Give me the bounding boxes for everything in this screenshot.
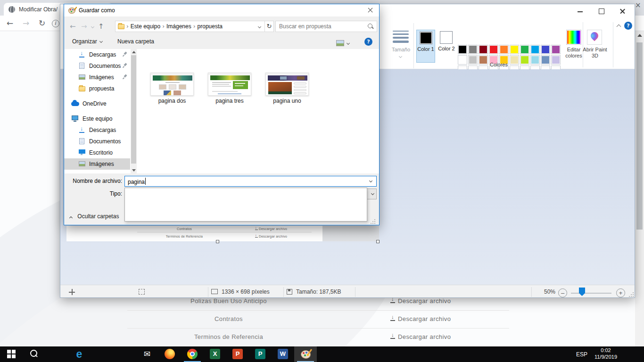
- zoom-slider-track[interactable]: [571, 293, 611, 294]
- canvas-resize-handle[interactable]: [216, 240, 219, 243]
- size-button-label[interactable]: Tamaño: [388, 47, 414, 52]
- scrollbar-up-arrow[interactable]: [637, 34, 642, 37]
- nav-back-icon[interactable]: [70, 22, 76, 31]
- scroll-up-icon[interactable]: [132, 51, 136, 53]
- mail-icon[interactable]: [141, 348, 153, 360]
- palette-swatch[interactable]: [468, 45, 478, 54]
- organize-button[interactable]: Organizar: [72, 38, 102, 45]
- palette-swatch[interactable]: [458, 55, 467, 65]
- clock-time[interactable]: 0:02: [590, 347, 621, 353]
- breadcrumb-item[interactable]: propuesta: [198, 23, 223, 30]
- zoom-out-button[interactable]: –: [558, 288, 567, 297]
- sidebar-item-descargas[interactable]: Descargas: [64, 124, 130, 136]
- paint-canvas[interactable]: Contratos Descargar archivo Terminos de …: [66, 226, 379, 241]
- size-icon[interactable]: [393, 31, 409, 43]
- new-folder-button[interactable]: Nueva carpeta: [117, 38, 154, 45]
- paint3d-label[interactable]: Abrir Paint 3D: [581, 47, 609, 59]
- page-row-download-link[interactable]: Descargar archivo: [390, 297, 451, 304]
- clock-date[interactable]: 11/9/2019: [590, 354, 621, 360]
- canvas-resize-handle[interactable]: [376, 240, 380, 243]
- start-button[interactable]: [6, 348, 17, 360]
- sidebar-item-documentos-pinned[interactable]: Documentos: [64, 60, 130, 72]
- refresh-button[interactable]: [265, 21, 274, 32]
- sidebar-item-imagenes-selected[interactable]: Imágenes: [64, 158, 130, 170]
- window-resize-grip[interactable]: [629, 292, 634, 297]
- sidebar-item-documentos[interactable]: Documentos: [64, 136, 130, 147]
- palette-swatch[interactable]: [530, 55, 540, 65]
- sidebar-scrollbar[interactable]: [131, 49, 137, 173]
- taskbar-search-icon[interactable]: [28, 348, 40, 360]
- scrollbar-thumb[interactable]: [636, 42, 643, 230]
- excel-icon[interactable]: X: [209, 348, 221, 360]
- powerpoint-icon[interactable]: P: [232, 348, 243, 360]
- sidebar-item-onedrive[interactable]: OneDrive: [64, 98, 130, 109]
- browser-scrollbar[interactable]: [635, 31, 644, 346]
- page-row-label: Contratos: [127, 315, 330, 322]
- close-button[interactable]: [612, 4, 633, 18]
- word-icon[interactable]: W: [277, 348, 289, 360]
- language-indicator[interactable]: ESP: [576, 351, 587, 358]
- view-options-chevron-icon[interactable]: [347, 41, 350, 45]
- minimize-button[interactable]: [570, 4, 591, 18]
- palette-swatch[interactable]: [520, 45, 529, 54]
- site-info-icon[interactable]: i: [52, 20, 59, 27]
- nav-up-icon[interactable]: [98, 22, 104, 31]
- sidebar-item-propuesta[interactable]: propuesta: [64, 83, 130, 94]
- breadcrumb-item[interactable]: Imágenes: [166, 23, 191, 30]
- palette-swatch[interactable]: [458, 45, 467, 54]
- dialog-resize-grip[interactable]: [371, 219, 376, 224]
- page-row-download-link[interactable]: Descargar archivo: [390, 315, 451, 322]
- browser-close-button[interactable]: [635, 0, 644, 16]
- palette-swatch[interactable]: [541, 55, 550, 65]
- color2-button[interactable]: Color 2: [437, 30, 456, 63]
- autocomplete-panel[interactable]: [124, 188, 367, 222]
- sidebar-item-escritorio[interactable]: Escritorio: [64, 147, 130, 158]
- address-dropdown-chevron-icon[interactable]: [258, 25, 261, 28]
- palette-swatch[interactable]: [530, 45, 540, 54]
- dialog-close-button[interactable]: [361, 4, 379, 16]
- palette-swatch[interactable]: [479, 45, 488, 54]
- task-view-icon[interactable]: [51, 360, 62, 362]
- scroll-down-icon[interactable]: [132, 169, 136, 172]
- screen: Modificar Obra/ i Polizas Buen Uso Antic…: [0, 0, 644, 362]
- hide-folders-button[interactable]: Ocultar carpetas: [70, 213, 119, 220]
- canvas-row-link: Descargar archivo: [255, 227, 287, 230]
- color1-button[interactable]: Color 1: [416, 30, 435, 63]
- nav-history-chevron-icon[interactable]: [91, 25, 94, 28]
- browser-reload-button[interactable]: [36, 17, 48, 30]
- zoom-in-button[interactable]: +: [616, 288, 625, 297]
- browser-back-button[interactable]: [4, 17, 16, 30]
- sidebar-item-descargas-pinned[interactable]: Descargas: [64, 49, 130, 60]
- palette-swatch[interactable]: [499, 45, 509, 54]
- breadcrumb[interactable]: Este equipo Imágenes propuesta: [115, 21, 265, 32]
- collapse-ribbon-icon[interactable]: [617, 25, 621, 29]
- dialog-help-icon[interactable]: [364, 38, 372, 46]
- chrome-icon[interactable]: [187, 348, 198, 360]
- file-item[interactable]: pagina tres: [208, 73, 251, 104]
- firefox-icon[interactable]: [164, 348, 175, 360]
- file-item[interactable]: pagina uno: [265, 73, 309, 104]
- browser-forward-button[interactable]: [20, 17, 32, 30]
- search-icon[interactable]: [368, 24, 374, 30]
- page-row-download-link[interactable]: Descargar archivo: [390, 333, 451, 340]
- sidebar-item-imagenes-pinned[interactable]: Imágenes: [64, 72, 130, 83]
- sidebar-item-este-equipo[interactable]: Este equipo: [64, 113, 130, 124]
- filename-input[interactable]: [124, 176, 377, 187]
- paint3d-icon[interactable]: [587, 30, 602, 45]
- edit-colors-icon[interactable]: [566, 30, 581, 45]
- help-icon[interactable]: [624, 22, 632, 30]
- maximize-button[interactable]: [591, 4, 612, 18]
- breadcrumb-item[interactable]: Este equipo: [131, 23, 160, 30]
- edge-icon[interactable]: e: [74, 348, 85, 360]
- nav-forward-icon[interactable]: [81, 22, 87, 31]
- view-options-icon[interactable]: [336, 40, 344, 46]
- palette-swatch[interactable]: [489, 45, 498, 54]
- file-item[interactable]: pagina dos: [150, 73, 194, 104]
- search-box[interactable]: Buscar en propuesta: [275, 21, 377, 32]
- palette-swatch[interactable]: [541, 45, 550, 54]
- palette-swatch[interactable]: [510, 45, 519, 54]
- publisher-icon[interactable]: P: [255, 348, 266, 360]
- scrollbar-thumb[interactable]: [131, 55, 136, 164]
- dialog-titlebar: Guardar como: [64, 4, 379, 16]
- paint-icon[interactable]: [300, 348, 311, 360]
